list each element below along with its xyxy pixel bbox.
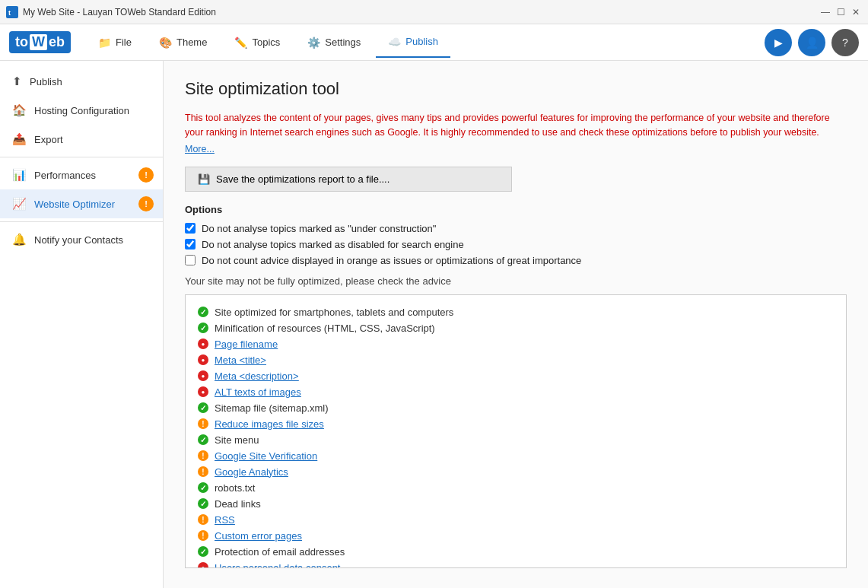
svg-text:t: t <box>8 9 11 17</box>
opt-dot-alt-texts: ● <box>198 386 208 397</box>
opt-text-dead-links: Dead links <box>215 498 261 510</box>
play-button[interactable]: ▶ <box>765 29 792 56</box>
topics-icon: ✏️ <box>234 37 247 49</box>
opt-text-page-filename[interactable]: Page filename <box>215 338 278 350</box>
checkbox-construction[interactable] <box>185 223 196 234</box>
opt-item-meta-title[interactable]: ●Meta <title> <box>198 352 834 368</box>
opt-text-user-consent[interactable]: Users personal data consent <box>215 562 340 568</box>
opt-text-custom-error[interactable]: Custom error pages <box>215 530 302 542</box>
menu-actions: ▶ 👤 ? <box>765 29 859 56</box>
help-button[interactable]: ? <box>831 29 859 56</box>
sidebar-item-hosting[interactable]: 🏠 Hosting Configuration <box>0 96 163 125</box>
opt-text-robots: robots.txt <box>215 482 255 494</box>
export-icon: 📤 <box>12 132 27 146</box>
checkbox-disabled[interactable] <box>185 239 196 250</box>
opt-item-smartphones: ✓Site optimized for smartphones, tablets… <box>198 304 834 320</box>
close-button[interactable]: ✕ <box>850 6 862 18</box>
opt-dot-smartphones: ✓ <box>198 307 208 317</box>
performances-badge: ! <box>138 167 154 183</box>
opt-item-rss[interactable]: !RSS <box>198 512 834 528</box>
checkbox-construction-label: Do not analyse topics marked as "under c… <box>202 223 436 234</box>
file-icon: 📁 <box>98 37 111 49</box>
opt-item-user-consent[interactable]: ●Users personal data consent <box>198 560 834 568</box>
opt-dot-user-consent: ● <box>198 562 208 568</box>
menu-item-settings[interactable]: ⚙️ Settings <box>295 27 373 58</box>
opt-dot-page-filename: ● <box>198 338 208 349</box>
menu-theme-label: Theme <box>176 37 207 48</box>
opt-dot-rss: ! <box>198 514 208 525</box>
save-report-button[interactable]: 💾 Save the optimizations report to a fil… <box>185 167 512 192</box>
optimizer-icon: 📈 <box>12 197 27 211</box>
sidebar-hosting-label: Hosting Configuration <box>34 105 129 116</box>
opt-text-reduce-images[interactable]: Reduce images file sizes <box>215 418 324 430</box>
opt-item-page-filename[interactable]: ●Page filename <box>198 336 834 352</box>
page-title: Site optimization tool <box>185 79 847 99</box>
title-bar: t My Web Site - Lauyan TOWeb Standard Ed… <box>0 0 868 24</box>
opt-dot-robots: ✓ <box>198 482 208 493</box>
main-layout: ⬆ Publish 🏠 Hosting Configuration 📤 Expo… <box>0 61 868 588</box>
checkbox-orange-label: Do not count advice displayed in orange … <box>202 255 581 266</box>
opt-item-sitemap: ✓Sitemap file (sitemap.xml) <box>198 400 834 416</box>
publish-sidebar-icon: ⬆ <box>12 75 22 88</box>
sidebar-item-performances[interactable]: 📊 Performances ! <box>0 161 163 189</box>
opt-text-meta-description[interactable]: Meta <description> <box>215 370 299 382</box>
sidebar-item-website-optimizer[interactable]: 📈 Website Optimizer ! <box>0 189 163 218</box>
menu-item-theme[interactable]: 🎨 Theme <box>147 27 219 58</box>
optimization-list: ✓Site optimized for smartphones, tablets… <box>185 294 847 568</box>
sidebar-item-export[interactable]: 📤 Export <box>0 125 163 154</box>
logo-to: to <box>15 34 28 50</box>
menu-item-publish[interactable]: ☁️ Publish <box>376 27 450 58</box>
opt-dot-reduce-images: ! <box>198 418 208 429</box>
optimizer-badge: ! <box>138 196 154 211</box>
opt-text-rss[interactable]: RSS <box>215 514 235 526</box>
hosting-icon: 🏠 <box>12 103 27 117</box>
checkbox-row-construction: Do not analyse topics marked as "under c… <box>185 223 847 234</box>
opt-item-meta-description[interactable]: ●Meta <description> <box>198 368 834 384</box>
opt-text-site-menu: Site menu <box>215 434 259 446</box>
opt-item-google-verification[interactable]: !Google Site Verification <box>198 448 834 464</box>
more-link[interactable]: More... <box>185 144 215 154</box>
menu-file-label: File <box>116 37 132 48</box>
checkbox-row-disabled: Do not analyse topics marked as disabled… <box>185 239 847 250</box>
opt-text-google-verification[interactable]: Google Site Verification <box>215 450 317 462</box>
menu-item-topics[interactable]: ✏️ Topics <box>222 27 292 58</box>
opt-item-site-menu: ✓Site menu <box>198 432 834 448</box>
sidebar-item-publish[interactable]: ⬆ Publish <box>0 67 163 96</box>
opt-text-smartphones: Site optimized for smartphones, tablets … <box>215 307 453 318</box>
menu-item-file[interactable]: 📁 File <box>86 27 144 58</box>
sidebar-notify-label: Notify your Contacts <box>34 234 123 246</box>
sidebar-optimizer-label: Website Optimizer <box>34 199 115 210</box>
opt-item-google-analytics[interactable]: !Google Analytics <box>198 464 834 480</box>
opt-item-custom-error[interactable]: !Custom error pages <box>198 528 834 544</box>
sidebar-item-notify[interactable]: 🔔 Notify your Contacts <box>0 225 163 254</box>
notify-icon: 🔔 <box>12 233 27 246</box>
settings-icon: ⚙️ <box>307 37 320 49</box>
opt-dot-site-menu: ✓ <box>198 434 208 445</box>
opt-text-google-analytics[interactable]: Google Analytics <box>215 466 288 478</box>
window-controls[interactable]: — ☐ ✕ <box>819 6 862 18</box>
theme-icon: 🎨 <box>159 37 172 49</box>
opt-dot-dead-links: ✓ <box>198 498 208 509</box>
sidebar: ⬆ Publish 🏠 Hosting Configuration 📤 Expo… <box>0 61 164 588</box>
menu-nav: 📁 File 🎨 Theme ✏️ Topics ⚙️ Settings ☁️ … <box>86 27 765 58</box>
publish-icon: ☁️ <box>388 36 401 48</box>
checkbox-orange[interactable] <box>185 255 196 265</box>
opt-dot-meta-description: ● <box>198 370 208 381</box>
menu-topics-label: Topics <box>252 37 280 48</box>
opt-text-meta-title[interactable]: Meta <title> <box>215 354 266 366</box>
sidebar-performances-label: Performances <box>34 170 96 181</box>
sidebar-export-label: Export <box>34 134 63 145</box>
user-button[interactable]: 👤 <box>798 29 825 56</box>
opt-item-alt-texts[interactable]: ●ALT texts of images <box>198 384 834 400</box>
opt-item-reduce-images[interactable]: !Reduce images file sizes <box>198 416 834 432</box>
save-report-icon: 💾 <box>198 173 210 185</box>
info-description: This tool analyzes the content of your p… <box>185 111 847 140</box>
maximize-button[interactable]: ☐ <box>835 6 847 18</box>
opt-item-minification: ✓Minification of resources (HTML, CSS, J… <box>198 320 834 336</box>
opt-dot-sitemap: ✓ <box>198 402 208 413</box>
opt-dot-email-protection: ✓ <box>198 546 208 557</box>
performances-icon: 📊 <box>12 168 27 182</box>
opt-text-alt-texts[interactable]: ALT texts of images <box>215 386 301 398</box>
opt-dot-google-analytics: ! <box>198 466 208 477</box>
minimize-button[interactable]: — <box>819 6 831 18</box>
